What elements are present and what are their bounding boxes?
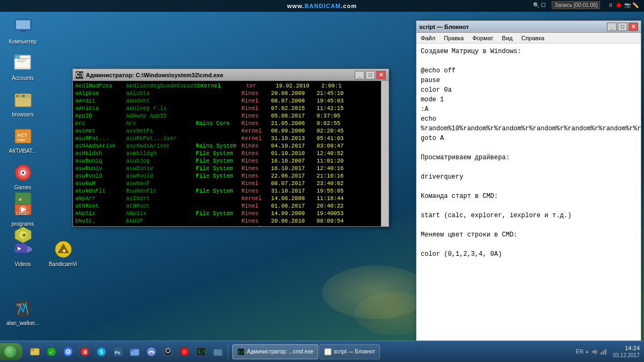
cmd-cell: AppID: [75, 112, 126, 120]
taskbar-lang[interactable]: EN: [576, 349, 583, 354]
games-icon: [12, 162, 34, 183]
notepad-window: script — Блокнот _ □ ✕ Файл Правка Форма…: [416, 20, 641, 353]
cmd-row: aAniktaaAnixep r.isRinel07.02.201511:42:…: [75, 105, 386, 112]
cmd-row: AedlMadPzeaAedlsendegGuadeCopaz0DKernelt…: [75, 82, 386, 90]
taskbar-icon-discord[interactable]: [144, 344, 159, 359]
notepad-menu-format[interactable]: Формат: [471, 35, 495, 41]
taskbar-icon-steam[interactable]: [160, 344, 175, 359]
taskbar: ✓ Я S Ps: [0, 341, 644, 362]
notepad-minimize-button[interactable]: _: [607, 23, 617, 31]
cmd-row: asNAadsAriveasyNadsAriverRains SystemRin…: [75, 142, 386, 150]
cmd-row: aswRvoldaswRvoldFile SystemRines22.06.20…: [75, 172, 386, 180]
cmd-cell: 08:09:54: [317, 217, 354, 225]
taskbar-icon-explorer[interactable]: [27, 344, 42, 359]
cmd-cell: [196, 90, 241, 97]
taskbar-icon-recorder[interactable]: [177, 344, 192, 359]
cmd-cell: asmbildgh: [126, 150, 196, 157]
taskbar-icon-photoshop[interactable]: Ps: [111, 344, 126, 359]
cmd-cell: aAnixep r.is: [126, 105, 196, 112]
desktop-icon-clean[interactable]: 🧹 clean: [5, 188, 40, 216]
svg-point-13: [16, 95, 18, 97]
cmd-cell: 01.10.2010: [271, 150, 317, 157]
taskbar-icon-chrome[interactable]: [61, 344, 76, 359]
svg-point-59: [182, 350, 187, 354]
notepad-text[interactable]: Создаем Матрицу в Windows: @echo off pau…: [416, 43, 641, 345]
taskbar-icon-cmd[interactable]: C:\: [194, 344, 209, 359]
cmd-maximize-button[interactable]: □: [365, 71, 375, 79]
notepad-menu-view[interactable]: Вид: [500, 35, 514, 41]
cmd-cell: 31.10.2017: [271, 187, 317, 195]
cmd-cell: 08.07.2017: [271, 180, 317, 187]
cmd-scrollbar[interactable]: [381, 81, 389, 226]
desktop-icon-games[interactable]: Games: [5, 162, 40, 190]
cmd-cell: Rines: [241, 172, 271, 180]
cmd-cell: Rines: [241, 120, 271, 127]
browsers-icon-label: browsers: [12, 112, 34, 117]
cmd-minimize-button[interactable]: _: [355, 71, 364, 79]
taskbar-open-tasks: C:\ Администратор: ...cmd.exe script — Б…: [230, 344, 576, 359]
desktop-icon-alan-walker[interactable]: MP3 alan_walker...: [5, 298, 40, 326]
cmd-cell: Rines: [241, 187, 271, 195]
bandicam-logo: www.BANDICAM.com: [287, 3, 357, 9]
svg-marker-66: [592, 349, 596, 354]
taskbar-quick-icons: ✓ Я S Ps: [25, 344, 228, 359]
taskbar-task-notepad[interactable]: script — Блокнот: [319, 344, 380, 359]
bandicamvi-icon-label: BandicamVi: [49, 261, 77, 267]
svg-rect-1: [16, 20, 30, 29]
cmd-cell: File System: [196, 172, 241, 180]
desktop-icon-computer[interactable]: Компьютер: [5, 16, 40, 45]
taskbar-icon-antivirus[interactable]: ✓: [44, 344, 59, 359]
cmd-cell: 12:40:16: [317, 165, 354, 172]
desktop-icon-videos[interactable]: ▶ Videos: [5, 239, 40, 267]
desktop-icon-accounts[interactable]: TXT Accounts: [5, 53, 40, 81]
svg-rect-67: [601, 352, 602, 354]
cmd-cell: 04.10.2017: [271, 142, 317, 150]
notepad-titlebar-title: script — Блокнот: [419, 24, 607, 30]
svg-text:✓: ✓: [49, 350, 54, 355]
cmd-cell: 0:02:55: [317, 120, 354, 127]
taskbar-task-cmd[interactable]: C:\ Администратор: ...cmd.exe: [232, 344, 318, 359]
cmd-cell: Kernel: [241, 225, 271, 226]
desktop-icon-browsers[interactable]: browsers: [5, 89, 40, 117]
cmd-cell: 14.08.2008: [271, 195, 317, 202]
taskbar-systray: EN ▲: [576, 348, 608, 356]
cmd-content[interactable]: AedlMadPzeaAedlsendegGuadeCopaz0DKernelt…: [73, 81, 389, 226]
cmd-cell: atNRoot: [75, 202, 126, 210]
svg-rect-41: [31, 349, 34, 351]
aktivat-icon-label: АКТИВАТ...: [9, 148, 36, 154]
cmd-cell: 20.08.2009: [271, 90, 317, 97]
cmd-cell: 11:18:44: [317, 195, 354, 202]
notepad-menu-file[interactable]: Файл: [419, 35, 437, 41]
cmd-cell: aAlpbsa: [75, 90, 126, 97]
cmd-titlebar-title: Администратор: C:\Windows\system32\cmd.e…: [86, 72, 355, 78]
svg-text:C:\: C:\: [238, 350, 245, 354]
cmd-cell: asuRbPot...iver: [126, 135, 196, 142]
notepad-close-button[interactable]: ✕: [628, 23, 638, 31]
cmd-cell: 21:45:10: [317, 90, 354, 97]
cmd-cell: acuNam: [75, 225, 126, 226]
notepad-menu-edit[interactable]: Правка: [442, 35, 465, 41]
cmd-cell: aswRuniv: [75, 165, 126, 172]
svg-text:MP3: MP3: [17, 303, 25, 307]
desktop-icon-aktivat[interactable]: ACT ivate АКТИВАТ...: [5, 125, 40, 154]
videos-icon-label: Videos: [14, 261, 31, 267]
cmd-close-button[interactable]: ✕: [376, 71, 386, 79]
cmd-cell: 05.08.2017: [271, 112, 317, 120]
taskbar-icon-folder[interactable]: [127, 344, 142, 359]
cmd-titlebar: C:\ Администратор: C:\Windows\system32\c…: [73, 69, 389, 81]
cmd-cell: AedlsendegGuadeCopaz0D: [126, 82, 201, 90]
taskbar-icon-yandex[interactable]: Я: [77, 344, 92, 359]
notepad-menu-help[interactable]: Справка: [519, 35, 546, 41]
cmd-cell: 14.09.2009: [271, 210, 317, 217]
taskbar-arrow[interactable]: ▲: [585, 349, 589, 354]
taskbar-icon-skype[interactable]: S: [94, 344, 109, 359]
notepad-maximize-button[interactable]: □: [618, 23, 627, 31]
taskbar-network-icon[interactable]: [600, 348, 608, 356]
cmd-cell: ANpSix: [75, 210, 126, 217]
cmd-cell: avsNetFs: [126, 127, 196, 135]
taskbar-icon-windows[interactable]: [210, 344, 225, 359]
desktop-icon-bandicamvi[interactable]: ★ BandicamVi: [46, 239, 80, 267]
svg-text:ACT: ACT: [17, 132, 27, 138]
start-button[interactable]: [0, 343, 23, 360]
taskbar-volume-icon[interactable]: [591, 348, 598, 356]
